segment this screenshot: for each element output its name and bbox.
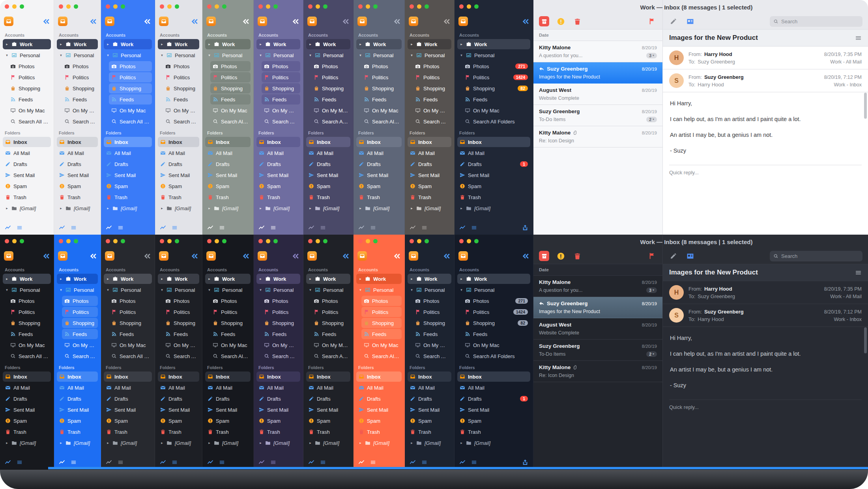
- folder-search-all[interactable]: Search All F…: [210, 116, 251, 127]
- folder-politics[interactable]: Politics: [163, 72, 199, 82]
- folder-sent[interactable]: Sent Mail: [3, 405, 51, 415]
- folder-on-my-mac[interactable]: On My Mac: [262, 340, 300, 350]
- folder-search-all[interactable]: Search All F…: [311, 116, 350, 127]
- folder-shopping[interactable]: Shopping: [163, 83, 199, 93]
- folder-photos[interactable]: Photos: [413, 296, 451, 306]
- folder-photos[interactable]: Photos271: [462, 296, 530, 306]
- folder-inbox[interactable]: Inbox: [356, 137, 402, 147]
- folder-gmail[interactable]: ▸[Gmail]: [104, 438, 152, 448]
- folder-inbox[interactable]: Inbox: [457, 371, 530, 382]
- account-personal[interactable]: ▾Personal: [457, 50, 530, 60]
- folder-shopping[interactable]: Shopping: [62, 83, 98, 93]
- folder-spam[interactable]: Spam: [356, 416, 402, 426]
- thread-count-badge[interactable]: 2▾: [646, 351, 657, 357]
- compose-button[interactable]: [668, 251, 679, 261]
- folder-shopping[interactable]: Shopping: [413, 318, 451, 328]
- folder-feeds[interactable]: Feeds: [262, 329, 300, 339]
- minimize-button[interactable]: [66, 4, 71, 9]
- folder-trash[interactable]: Trash: [356, 427, 402, 437]
- folder-drafts[interactable]: Drafts: [256, 159, 300, 169]
- folder-spam[interactable]: Spam: [457, 416, 530, 426]
- folder-shopping[interactable]: Shopping: [210, 83, 251, 93]
- collapse-sidebar-button[interactable]: [143, 18, 151, 25]
- account-work[interactable]: ▸Work: [57, 274, 98, 284]
- minimize-button[interactable]: [12, 4, 17, 9]
- folder-on-my-mac[interactable]: On My Mac: [62, 340, 98, 350]
- minimize-button[interactable]: [12, 239, 17, 243]
- list-options-button[interactable]: [320, 225, 326, 231]
- account-personal[interactable]: ▾Personal: [306, 285, 350, 295]
- folder-shopping[interactable]: Shopping: [62, 318, 98, 328]
- activity-button[interactable]: [459, 224, 466, 231]
- close-button[interactable]: [459, 4, 464, 9]
- folder-sent[interactable]: Sent Mail: [457, 405, 530, 415]
- account-work[interactable]: ▸Work: [3, 274, 51, 284]
- message-list-item[interactable]: August West8/20/19Website Complete: [533, 84, 662, 105]
- folder-politics[interactable]: Politics: [311, 72, 350, 82]
- folder-politics[interactable]: Politics: [109, 307, 152, 317]
- account-personal[interactable]: ▾Personal: [256, 50, 300, 60]
- folder-spam[interactable]: Spam: [205, 416, 251, 426]
- folder-feeds[interactable]: Feeds: [311, 94, 350, 105]
- folder-shopping[interactable]: Shopping: [8, 83, 51, 93]
- folder-on-my-mac[interactable]: On My Mac: [62, 105, 98, 116]
- folder-photos[interactable]: Photos: [311, 61, 350, 71]
- folder-spam[interactable]: Spam: [158, 416, 199, 426]
- minimize-button[interactable]: [113, 239, 118, 243]
- activity-button[interactable]: [5, 459, 11, 465]
- account-work[interactable]: ▸Work: [256, 39, 300, 49]
- folder-gmail[interactable]: ▸[Gmail]: [158, 438, 199, 448]
- close-button[interactable]: [106, 4, 110, 9]
- folder-all_mail[interactable]: All Mail: [3, 148, 51, 158]
- folder-feeds[interactable]: Feeds: [210, 329, 251, 339]
- folder-all_mail[interactable]: All Mail: [158, 148, 199, 158]
- zoom-button[interactable]: [121, 4, 125, 9]
- account-work[interactable]: ▸Work: [256, 274, 300, 284]
- message-header-card[interactable]: SFrom:Suzy Greenberg8/20/19, 7:12 PMTo:H…: [663, 69, 868, 92]
- folder-on-my-mac[interactable]: On My Mac: [8, 340, 51, 350]
- folder-trash[interactable]: Trash: [408, 427, 451, 437]
- list-sort-header[interactable]: Date: [533, 30, 662, 41]
- folder-search-all[interactable]: Search All F…: [163, 116, 199, 127]
- folder-search-all[interactable]: Search All F…: [109, 116, 152, 127]
- folder-spam[interactable]: Spam: [256, 181, 300, 191]
- folder-drafts[interactable]: Drafts: [158, 159, 199, 169]
- folder-gmail[interactable]: ▸[Gmail]: [408, 438, 451, 448]
- folder-trash[interactable]: Trash: [256, 192, 300, 202]
- folder-photos[interactable]: Photos: [62, 61, 98, 71]
- folder-on-my-mac[interactable]: On My Mac: [361, 105, 402, 116]
- folder-spam[interactable]: Spam: [306, 416, 350, 426]
- folder-inbox[interactable]: Inbox: [158, 371, 199, 382]
- folder-all_mail[interactable]: All Mail: [104, 148, 152, 158]
- folder-all_mail[interactable]: All Mail: [57, 148, 98, 158]
- folder-sent[interactable]: Sent Mail: [104, 405, 152, 415]
- folder-gmail[interactable]: ▸[Gmail]: [57, 203, 98, 213]
- collapse-sidebar-button[interactable]: [42, 18, 50, 25]
- folder-photos[interactable]: Photos: [210, 61, 251, 71]
- mark-spam-button[interactable]: [556, 251, 566, 261]
- list-options-button[interactable]: [71, 459, 77, 465]
- folder-spam[interactable]: Spam: [57, 416, 98, 426]
- activity-button[interactable]: [410, 459, 416, 465]
- collapse-sidebar-button[interactable]: [143, 252, 151, 260]
- account-work[interactable]: ▸Work: [104, 274, 152, 284]
- folder-inbox[interactable]: Inbox: [457, 137, 530, 147]
- folder-on-my-mac[interactable]: On My Mac: [413, 340, 451, 350]
- folder-spam[interactable]: Spam: [3, 181, 51, 191]
- folder-all_mail[interactable]: All Mail: [158, 383, 199, 393]
- folder-shopping[interactable]: Shopping82: [462, 318, 530, 328]
- collapse-sidebar-button[interactable]: [89, 18, 97, 25]
- folder-trash[interactable]: Trash: [57, 192, 98, 202]
- account-personal[interactable]: ▾Personal: [457, 285, 530, 295]
- folder-all_mail[interactable]: All Mail: [457, 383, 530, 393]
- folder-photos[interactable]: Photos: [262, 61, 300, 71]
- list-options-button[interactable]: [17, 225, 22, 231]
- collapse-sidebar-button[interactable]: [522, 18, 529, 25]
- folder-on-my-mac[interactable]: On My Mac: [163, 105, 199, 116]
- folder-all_mail[interactable]: All Mail: [256, 148, 300, 158]
- folder-politics[interactable]: Politics1424: [462, 307, 530, 317]
- minimize-button[interactable]: [266, 239, 270, 243]
- folder-inbox[interactable]: Inbox: [408, 137, 451, 147]
- close-button[interactable]: [5, 239, 9, 243]
- folder-feeds[interactable]: Feeds: [109, 94, 152, 105]
